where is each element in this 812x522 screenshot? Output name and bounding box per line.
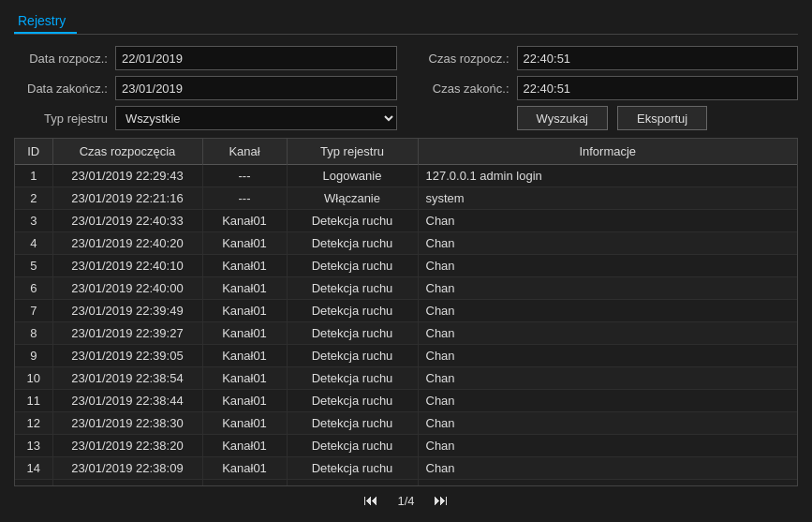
cell-kanal: Kanał01 (202, 480, 287, 487)
cell-id: 1 (15, 165, 52, 187)
cell-kanal: Kanał01 (202, 232, 287, 255)
data-zakonc-row: Data zakończ.: (14, 76, 397, 100)
table-row: 1323/01/2019 22:38:20Kanał01Detekcja ruc… (15, 435, 797, 457)
cell-czas: 23/01/2019 22:39:27 (52, 322, 202, 345)
table-row: 223/01/2019 22:21:16---Włączaniesystem (15, 187, 797, 210)
cell-kanal: Kanał01 (202, 457, 287, 480)
cell-id: 9 (15, 345, 52, 367)
cell-info: Chan (418, 255, 797, 277)
table-wrap: ID Czas rozpoczęcia Kanał Typ rejestru I… (14, 138, 798, 486)
col-czas: Czas rozpoczęcia (52, 139, 202, 165)
tab-bar: Rejestry (14, 9, 798, 35)
cell-czas: 23/01/2019 22:39:05 (52, 345, 202, 367)
cell-info: Chan (418, 412, 797, 435)
table-row: 1123/01/2019 22:38:44Kanał01Detekcja ruc… (15, 390, 797, 412)
cell-czas: 23/01/2019 22:38:30 (52, 412, 202, 435)
cell-info: system (418, 187, 797, 210)
cell-kanal: Kanał01 (202, 277, 287, 300)
cell-id: 2 (15, 187, 52, 210)
cell-czas: 23/01/2019 22:40:20 (52, 232, 202, 255)
cell-kanal: Kanał01 (202, 255, 287, 277)
cell-czas: 23/01/2019 22:21:16 (52, 187, 202, 210)
cell-id: 8 (15, 322, 52, 345)
cell-typ: Detekcja ruchu (287, 255, 418, 277)
typ-rejestru-select[interactable]: Wszystkie Logowanie Detekcja ruchu (115, 106, 397, 130)
cell-info: Chan (418, 390, 797, 412)
page-info: 1/4 (397, 494, 414, 508)
cell-id: 5 (15, 255, 52, 277)
cell-czas: 23/01/2019 22:37:57 (52, 480, 202, 487)
czas-rozpocz-row: Czas rozpocz.: (416, 46, 799, 70)
cell-id: 6 (15, 277, 52, 300)
cell-kanal: Kanał01 (202, 412, 287, 435)
cell-typ: Detekcja ruchu (287, 322, 418, 345)
form-section: Data rozpocz.: Data zakończ.: Typ rejest… (14, 46, 798, 130)
cell-id: 14 (15, 457, 52, 480)
cell-id: 7 (15, 300, 52, 322)
table-row: 1223/01/2019 22:38:30Kanał01Detekcja ruc… (15, 412, 797, 435)
last-page-icon: ⏭ (434, 492, 449, 509)
last-page-button[interactable]: ⏭ (430, 492, 452, 509)
table-row: 1523/01/2019 22:37:57Kanał01Detekcja ruc… (15, 480, 797, 487)
table-row: 1423/01/2019 22:38:09Kanał01Detekcja ruc… (15, 457, 797, 480)
table-row: 123/01/2019 22:29:43---Logowanie127.0.0.… (15, 165, 797, 187)
cell-info: Chan (418, 210, 797, 232)
search-button[interactable]: Wyszukaj (517, 106, 609, 130)
data-rozpocz-row: Data rozpocz.: (14, 46, 397, 70)
table-row: 823/01/2019 22:39:27Kanał01Detekcja ruch… (15, 322, 797, 345)
cell-kanal: --- (202, 187, 287, 210)
data-zakonc-input[interactable] (115, 76, 397, 100)
col-typ: Typ rejestru (287, 139, 418, 165)
cell-info: Chan (418, 322, 797, 345)
cell-id: 12 (15, 412, 52, 435)
cell-typ: Detekcja ruchu (287, 277, 418, 300)
cell-typ: Detekcja ruchu (287, 300, 418, 322)
col-kanal: Kanał (202, 139, 287, 165)
cell-czas: 23/01/2019 22:40:10 (52, 255, 202, 277)
first-page-icon: ⏮ (363, 492, 378, 509)
czas-rozpocz-label: Czas rozpocz.: (416, 52, 509, 66)
cell-typ: Włączanie (287, 187, 418, 210)
cell-id: 4 (15, 232, 52, 255)
czas-rozpocz-input[interactable] (517, 46, 799, 70)
cell-typ: Detekcja ruchu (287, 345, 418, 367)
cell-czas: 23/01/2019 22:40:00 (52, 277, 202, 300)
table-row: 423/01/2019 22:40:20Kanał01Detekcja ruch… (15, 232, 797, 255)
table-row: 923/01/2019 22:39:05Kanał01Detekcja ruch… (15, 345, 797, 367)
data-rozpocz-input[interactable] (115, 46, 397, 70)
export-button[interactable]: Eksportuj (617, 106, 707, 130)
cell-info: Chan (418, 367, 797, 390)
table-row: 723/01/2019 22:39:49Kanał01Detekcja ruch… (15, 300, 797, 322)
cell-info: Chan (418, 457, 797, 480)
cell-typ: Detekcja ruchu (287, 232, 418, 255)
table-row: 1023/01/2019 22:38:54Kanał01Detekcja ruc… (15, 367, 797, 390)
cell-czas: 23/01/2019 22:29:43 (52, 165, 202, 187)
table-row: 623/01/2019 22:40:00Kanał01Detekcja ruch… (15, 277, 797, 300)
cell-czas: 23/01/2019 22:38:54 (52, 367, 202, 390)
cell-info: Chan (418, 277, 797, 300)
cell-typ: Detekcja ruchu (287, 480, 418, 487)
cell-typ: Detekcja ruchu (287, 210, 418, 232)
cell-czas: 23/01/2019 22:38:20 (52, 435, 202, 457)
cell-info: Chan (418, 345, 797, 367)
typ-rejestru-row: Typ rejestru Wszystkie Logowanie Detekcj… (14, 106, 397, 130)
first-page-button[interactable]: ⏮ (360, 492, 382, 509)
col-id: ID (15, 139, 52, 165)
cell-kanal: Kanał01 (202, 367, 287, 390)
czas-zakonc-input[interactable] (517, 76, 799, 100)
cell-typ: Logowanie (287, 165, 418, 187)
table-row: 323/01/2019 22:40:33Kanał01Detekcja ruch… (15, 210, 797, 232)
cell-typ: Detekcja ruchu (287, 390, 418, 412)
cell-kanal: Kanał01 (202, 390, 287, 412)
action-buttons-row: Wyszukaj Eksportuj (416, 106, 799, 130)
tab-rejestry[interactable]: Rejestry (14, 9, 77, 34)
data-zakonc-label: Data zakończ.: (14, 82, 108, 96)
log-table: ID Czas rozpoczęcia Kanał Typ rejestru I… (15, 139, 797, 486)
col-info: Informacje (418, 139, 797, 165)
cell-czas: 23/01/2019 22:40:33 (52, 210, 202, 232)
cell-typ: Detekcja ruchu (287, 435, 418, 457)
pagination: ⏮ 1/4 ⏭ (14, 486, 798, 513)
cell-kanal: --- (202, 165, 287, 187)
main-container: Rejestry Data rozpocz.: Data zakończ.: T… (0, 0, 812, 522)
table-row: 523/01/2019 22:40:10Kanał01Detekcja ruch… (15, 255, 797, 277)
